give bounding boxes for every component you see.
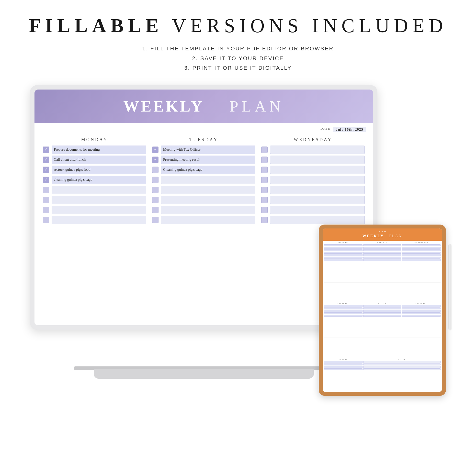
monday-task-text-0[interactable]: Prepare documents for meeting bbox=[51, 146, 146, 154]
instruction-2: 2. SAVE IT TO YOUR DEVICE bbox=[142, 53, 334, 63]
tuesday-checkbox-0[interactable]: ✓ bbox=[152, 147, 158, 153]
tuesday-task-text-6[interactable] bbox=[161, 206, 255, 214]
tablet-body: MONDAY TUESDAY bbox=[323, 241, 442, 392]
tuesday-checkbox-6[interactable] bbox=[152, 207, 158, 213]
monday-tasks: ✓Prepare documents for meeting✓Call clie… bbox=[43, 145, 146, 225]
date-value[interactable]: July 16th, 2025 bbox=[333, 127, 366, 132]
tablet-dot-3 bbox=[384, 231, 386, 232]
wednesday-checkbox-3[interactable] bbox=[261, 177, 268, 183]
wednesday-task-row-3 bbox=[261, 175, 365, 184]
tuesday-task-row-4 bbox=[152, 186, 255, 194]
wednesday-checkbox-2[interactable] bbox=[261, 167, 268, 173]
wednesday-checkbox-5[interactable] bbox=[261, 197, 268, 203]
thursday-label: THURSDAY bbox=[43, 322, 150, 325]
tablet-screen: WEEKLY PLAN MONDAY TUE bbox=[323, 228, 442, 392]
date-row: DATE: July 16th, 2025 bbox=[34, 123, 373, 133]
wednesday-task-text-3[interactable] bbox=[270, 176, 365, 184]
wednesday-task-text-6[interactable] bbox=[270, 206, 365, 214]
wednesday-checkbox-1[interactable] bbox=[261, 156, 268, 163]
monday-checkbox-2[interactable]: ✓ bbox=[43, 167, 49, 173]
wednesday-label: WEDNESDAY bbox=[261, 137, 365, 142]
tablet-saturday: SATURDAY bbox=[402, 303, 441, 337]
wednesday-task-row-7 bbox=[261, 216, 365, 224]
weekly-plan-header: WEEKLY PLAN bbox=[34, 89, 373, 123]
monday-task-text-1[interactable]: Call client after lunch bbox=[51, 155, 146, 164]
monday-task-row-2: ✓restock guinea pig's food bbox=[43, 165, 146, 174]
wednesday-task-text-1[interactable] bbox=[270, 155, 365, 164]
wednesday-checkbox-6[interactable] bbox=[261, 207, 268, 213]
wednesday-task-row-1 bbox=[261, 155, 365, 164]
monday-task-row-6 bbox=[43, 205, 146, 214]
tablet-tuesday: TUESDAY bbox=[363, 242, 402, 281]
monday-column: MONDAY ✓Prepare documents for meeting✓Ca… bbox=[40, 136, 149, 227]
devices-wrapper: WEEKLY PLAN DATE: July 16th, 2025 MONDAY bbox=[30, 85, 446, 403]
tuesday-task-row-6 bbox=[152, 205, 255, 214]
tuesday-column: TUESDAY ✓Meeting with Tax Officer✓Presen… bbox=[150, 136, 258, 227]
tablet-dot-1 bbox=[379, 231, 380, 232]
wednesday-task-row-0 bbox=[261, 145, 365, 154]
tuesday-task-row-0: ✓Meeting with Tax Officer bbox=[152, 145, 255, 154]
friday-label: FRIDAY bbox=[151, 322, 257, 325]
tuesday-task-text-2[interactable]: Cleaning guinea pig's cage bbox=[161, 166, 255, 174]
wednesday-tasks bbox=[261, 145, 365, 225]
tuesday-task-text-7[interactable] bbox=[161, 216, 255, 224]
tablet-weekly-bold: WEEKLY bbox=[362, 234, 384, 238]
tuesday-task-text-5[interactable] bbox=[161, 196, 255, 204]
monday-task-text-5[interactable] bbox=[51, 196, 146, 204]
monday-task-row-5 bbox=[43, 195, 146, 204]
tablet: WEEKLY PLAN MONDAY TUE bbox=[319, 224, 446, 396]
monday-task-text-7[interactable] bbox=[51, 216, 146, 224]
monday-checkbox-3[interactable]: ✓ bbox=[43, 177, 49, 183]
monday-task-row-7 bbox=[43, 216, 146, 224]
tuesday-checkbox-7[interactable] bbox=[152, 217, 158, 223]
monday-task-text-2[interactable]: restock guinea pig's food bbox=[51, 166, 146, 174]
tuesday-task-text-4[interactable] bbox=[161, 186, 255, 194]
tablet-sunday: SUNDAY bbox=[324, 359, 362, 391]
tablet-header: WEEKLY PLAN bbox=[323, 228, 442, 241]
wednesday-task-row-2 bbox=[261, 165, 365, 174]
wednesday-task-text-4[interactable] bbox=[270, 186, 365, 194]
monday-checkbox-0[interactable]: ✓ bbox=[43, 147, 49, 153]
tuesday-task-text-0[interactable]: Meeting with Tax Officer bbox=[161, 146, 255, 154]
wednesday-checkbox-0[interactable] bbox=[261, 147, 268, 153]
tuesday-checkbox-4[interactable] bbox=[152, 187, 158, 193]
tablet-wednesday: WEDNESDAY bbox=[402, 242, 441, 281]
date-label: DATE: bbox=[321, 127, 332, 132]
monday-task-text-6[interactable] bbox=[51, 206, 146, 214]
wednesday-task-row-4 bbox=[261, 186, 365, 194]
monday-task-row-1: ✓Call client after lunch bbox=[43, 155, 146, 164]
tuesday-task-text-1[interactable]: Presenting meeting result bbox=[161, 155, 255, 164]
tablet-notes: NOTES bbox=[363, 359, 441, 391]
tablet-monday: MONDAY bbox=[324, 242, 362, 281]
tablet-dot-2 bbox=[382, 231, 383, 232]
tuesday-task-row-1: ✓Presenting meeting result bbox=[152, 155, 255, 164]
monday-task-text-3[interactable]: cleaning guinea pig's cage bbox=[51, 176, 146, 184]
wednesday-checkbox-4[interactable] bbox=[261, 187, 268, 193]
tuesday-checkbox-1[interactable]: ✓ bbox=[152, 156, 158, 163]
wednesday-task-text-0[interactable] bbox=[270, 146, 365, 154]
tuesday-checkbox-2[interactable] bbox=[152, 167, 158, 173]
wednesday-task-text-5[interactable] bbox=[270, 196, 365, 204]
tuesday-tasks: ✓Meeting with Tax Officer✓Presenting mee… bbox=[152, 145, 255, 225]
instruction-1: 1. FILL THE TEMPLATE IN YOUR PDF EDITOR … bbox=[142, 44, 334, 53]
stylus bbox=[448, 244, 451, 330]
tablet-dots bbox=[323, 231, 442, 232]
monday-checkbox-1[interactable]: ✓ bbox=[43, 156, 49, 163]
monday-checkbox-5[interactable] bbox=[43, 197, 49, 203]
title-light: VERSIONS INCLUDED bbox=[172, 15, 447, 36]
wednesday-checkbox-7[interactable] bbox=[261, 217, 268, 223]
tuesday-checkbox-3[interactable] bbox=[152, 177, 158, 183]
monday-task-row-4 bbox=[43, 186, 146, 194]
tablet-friday: FRIDAY bbox=[363, 303, 402, 337]
monday-task-text-4[interactable] bbox=[51, 186, 146, 194]
monday-checkbox-7[interactable] bbox=[43, 217, 49, 223]
wednesday-task-text-7[interactable] bbox=[270, 216, 365, 224]
weekly-plan-title: WEEKLY PLAN bbox=[34, 97, 373, 116]
laptop-base bbox=[94, 369, 314, 379]
tuesday-checkbox-5[interactable] bbox=[152, 197, 158, 203]
wednesday-task-text-2[interactable] bbox=[270, 166, 365, 174]
monday-checkbox-6[interactable] bbox=[43, 207, 49, 213]
monday-task-row-0: ✓Prepare documents for meeting bbox=[43, 145, 146, 154]
monday-checkbox-4[interactable] bbox=[43, 187, 49, 193]
tuesday-task-text-3[interactable] bbox=[161, 176, 255, 184]
